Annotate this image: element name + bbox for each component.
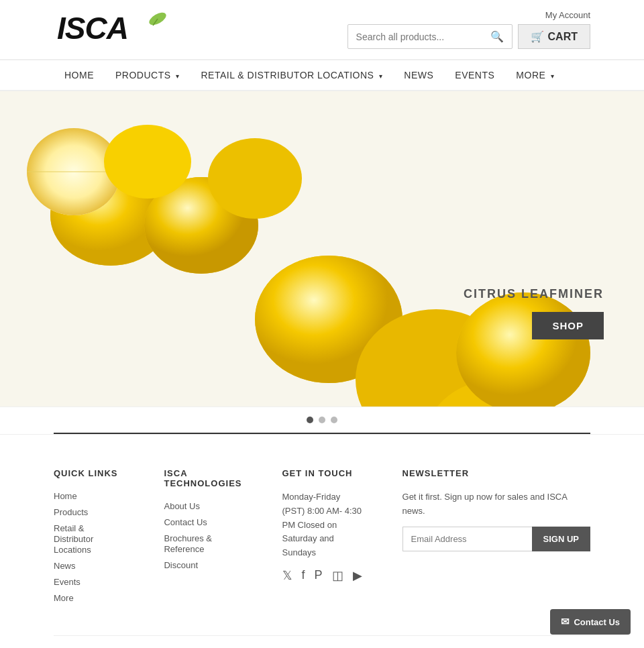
list-item: Events <box>54 576 123 587</box>
get-in-touch-title: GET IN TOUCH <box>282 468 362 478</box>
floating-contact-button[interactable]: ✉ Contact Us <box>550 609 631 635</box>
quick-link-products[interactable]: Products <box>54 507 88 517</box>
svg-point-17 <box>104 125 191 199</box>
facebook-icon[interactable]: f <box>302 568 305 583</box>
hero-dot-1[interactable] <box>307 417 313 423</box>
newsletter-title: NEWSLETTER <box>402 468 590 478</box>
list-item: About Us <box>164 500 241 511</box>
search-button[interactable]: 🔍 <box>482 25 512 48</box>
isca-link-brochures[interactable]: Brochures & Reference <box>164 533 212 554</box>
isca-link-about[interactable]: About Us <box>164 501 199 511</box>
nav-item-products[interactable]: PRODUCTS ▾ <box>105 60 190 90</box>
hero-product-label: CITRUS LEAFMINER <box>464 287 604 301</box>
footer-contact: GET IN TOUCH Monday-Friday (PST) 8:00 AM… <box>282 468 362 608</box>
list-item: More <box>54 592 123 603</box>
nav-item-more[interactable]: MORE ▾ <box>505 60 565 90</box>
twitter-icon[interactable]: 𝕏 <box>282 568 292 583</box>
hero-dot-2[interactable] <box>319 417 325 423</box>
nav-item-events[interactable]: EVENTS <box>444 60 505 90</box>
nav-link-news[interactable]: NEWS <box>393 60 444 90</box>
footer-newsletter: NEWSLETTER Get it first. Sign up now for… <box>402 468 590 608</box>
quick-link-home[interactable]: Home <box>54 491 77 501</box>
cart-icon: 🛒 <box>531 30 544 43</box>
pinterest-icon[interactable]: P <box>315 568 323 583</box>
search-input[interactable] <box>348 26 482 48</box>
list-item: Contact Us <box>164 517 241 527</box>
hero-dots <box>0 407 644 433</box>
chevron-down-icon: ▾ <box>379 72 383 80</box>
list-item: Brochures & Reference <box>164 533 241 554</box>
isca-link-discount[interactable]: Discount <box>164 560 198 570</box>
quick-link-locations[interactable]: Retail & Distributor Locations <box>54 523 93 555</box>
newsletter-form: SIGN UP <box>402 527 590 551</box>
quick-link-more[interactable]: More <box>54 593 74 603</box>
list-item: Products <box>54 506 123 517</box>
nav-bar: HOME PRODUCTS ▾ RETAIL & DISTRIBUTOR LOC… <box>0 60 644 91</box>
nav-link-more[interactable]: MORE ▾ <box>505 60 565 90</box>
hero-overlay: CITRUS LEAFMINER SHOP <box>464 287 604 339</box>
list-item: News <box>54 560 123 571</box>
footer-isca: ISCA TECHNOLOGIES About Us Contact Us Br… <box>164 468 241 608</box>
nav-link-products[interactable]: PRODUCTS ▾ <box>105 60 190 90</box>
social-icons: 𝕏 f P ◫ ▶ <box>282 568 362 583</box>
svg-point-18 <box>208 138 302 219</box>
footer-columns: QUICK LINKS Home Products Retail & Distr… <box>54 468 590 608</box>
nav-list: HOME PRODUCTS ▾ RETAIL & DISTRIBUTOR LOC… <box>54 60 590 90</box>
nav-link-events[interactable]: EVENTS <box>444 60 505 90</box>
contact-text: Monday-Friday (PST) 8:00 AM- 4:30 PM Clo… <box>282 490 362 560</box>
isca-links-list: About Us Contact Us Brochures & Referenc… <box>164 500 241 570</box>
logo[interactable]: ISCA <box>54 7 174 52</box>
hero-image: CITRUS LEAFMINER SHOP <box>0 91 644 407</box>
isca-link-contact[interactable]: Contact Us <box>164 517 207 527</box>
logo-text: ISCA <box>54 7 174 52</box>
footer-bottom: © 2017 ISCA Technologies. All Rights Res… <box>54 635 590 648</box>
chevron-down-icon: ▾ <box>551 72 555 80</box>
hero-dot-3[interactable] <box>331 417 337 423</box>
isca-title: ISCA TECHNOLOGIES <box>164 468 241 488</box>
nav-item-locations[interactable]: RETAIL & DISTRIBUTOR LOCATIONS ▾ <box>190 60 393 90</box>
quick-link-events[interactable]: Events <box>54 577 80 587</box>
chevron-down-icon: ▾ <box>176 72 180 80</box>
list-item: Retail & Distributor Locations <box>54 523 123 555</box>
list-item: Home <box>54 490 123 501</box>
quick-links-list: Home Products Retail & Distributor Locat… <box>54 490 123 603</box>
footer-quick-links: QUICK LINKS Home Products Retail & Distr… <box>54 468 123 608</box>
quick-links-title: QUICK LINKS <box>54 468 123 478</box>
newsletter-desc: Get it first. Sign up now for sales and … <box>402 490 590 519</box>
hero-shop-button[interactable]: SHOP <box>532 312 604 339</box>
instagram-icon[interactable]: ◫ <box>332 568 343 583</box>
list-item: Discount <box>164 559 241 570</box>
nav-item-news[interactable]: NEWS <box>393 60 444 90</box>
cart-label: CART <box>548 31 578 43</box>
account-link[interactable]: My Account <box>545 10 590 20</box>
svg-text:ISCA: ISCA <box>57 11 128 46</box>
hero-section: CITRUS LEAFMINER SHOP <box>0 91 644 407</box>
search-box: 🔍 <box>347 24 513 49</box>
youtube-icon[interactable]: ▶ <box>353 568 362 583</box>
envelope-icon: ✉ <box>561 616 570 628</box>
nav-link-locations[interactable]: RETAIL & DISTRIBUTOR LOCATIONS ▾ <box>190 60 393 90</box>
header: ISCA My Account 🔍 🛒 CART <box>0 0 644 60</box>
newsletter-signup-button[interactable]: SIGN UP <box>532 527 590 551</box>
nav-item-home[interactable]: HOME <box>54 60 105 90</box>
newsletter-email-input[interactable] <box>402 527 532 551</box>
quick-link-news[interactable]: News <box>54 561 76 571</box>
floating-contact-label: Contact Us <box>574 617 620 627</box>
cart-button[interactable]: 🛒 CART <box>518 24 590 49</box>
nav-link-home[interactable]: HOME <box>54 60 105 90</box>
footer: QUICK LINKS Home Products Retail & Distr… <box>0 434 644 648</box>
header-right: My Account 🔍 🛒 CART <box>347 10 590 49</box>
search-cart-row: 🔍 🛒 CART <box>347 24 590 49</box>
